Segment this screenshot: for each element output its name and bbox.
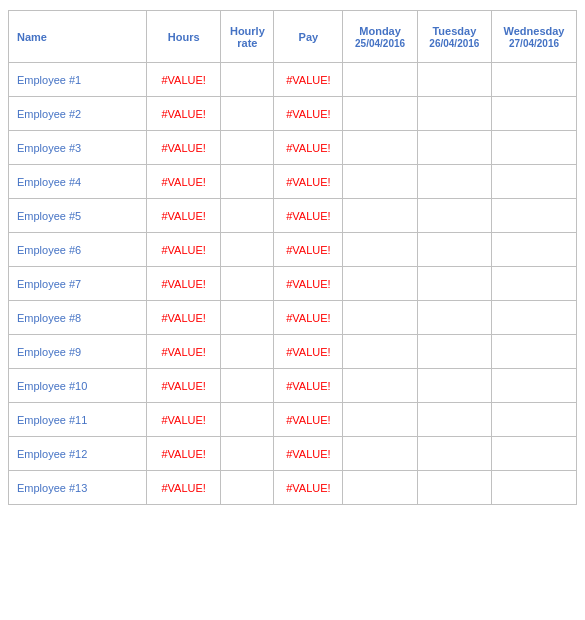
- cell-8-5[interactable]: [417, 335, 491, 369]
- cell-5-5[interactable]: [417, 233, 491, 267]
- cell-9-4[interactable]: [343, 369, 417, 403]
- cell-9-0[interactable]: Employee #10: [9, 369, 147, 403]
- cell-7-3[interactable]: #VALUE!: [274, 301, 343, 335]
- cell-1-5[interactable]: [417, 97, 491, 131]
- cell-9-6[interactable]: [492, 369, 577, 403]
- cell-12-6[interactable]: [492, 471, 577, 505]
- cell-0-6[interactable]: [492, 63, 577, 97]
- cell-5-4[interactable]: [343, 233, 417, 267]
- cell-8-4[interactable]: [343, 335, 417, 369]
- cell-10-1[interactable]: #VALUE!: [147, 403, 221, 437]
- spreadsheet-container: Name Hours Hourly rate Pay Monday 25/04/…: [0, 0, 585, 620]
- cell-7-2[interactable]: [221, 301, 274, 335]
- cell-11-2[interactable]: [221, 437, 274, 471]
- cell-3-5[interactable]: [417, 165, 491, 199]
- cell-7-4[interactable]: [343, 301, 417, 335]
- cell-4-3[interactable]: #VALUE!: [274, 199, 343, 233]
- table-row: Employee #9#VALUE!#VALUE!: [9, 335, 577, 369]
- cell-6-0[interactable]: Employee #7: [9, 267, 147, 301]
- header-hourly-rate: Hourly rate: [221, 11, 274, 63]
- cell-2-3[interactable]: #VALUE!: [274, 131, 343, 165]
- cell-5-6[interactable]: [492, 233, 577, 267]
- table-row: Employee #11#VALUE!#VALUE!: [9, 403, 577, 437]
- cell-3-6[interactable]: [492, 165, 577, 199]
- cell-12-0[interactable]: Employee #13: [9, 471, 147, 505]
- cell-2-4[interactable]: [343, 131, 417, 165]
- cell-1-3[interactable]: #VALUE!: [274, 97, 343, 131]
- cell-0-3[interactable]: #VALUE!: [274, 63, 343, 97]
- cell-8-2[interactable]: [221, 335, 274, 369]
- cell-4-2[interactable]: [221, 199, 274, 233]
- cell-4-4[interactable]: [343, 199, 417, 233]
- cell-2-6[interactable]: [492, 131, 577, 165]
- cell-5-1[interactable]: #VALUE!: [147, 233, 221, 267]
- cell-6-4[interactable]: [343, 267, 417, 301]
- table-row: Employee #1#VALUE!#VALUE!: [9, 63, 577, 97]
- cell-12-5[interactable]: [417, 471, 491, 505]
- cell-2-2[interactable]: [221, 131, 274, 165]
- cell-0-1[interactable]: #VALUE!: [147, 63, 221, 97]
- header-tuesday: Tuesday 26/04/2016: [417, 11, 491, 63]
- header-wednesday: Wednesday 27/04/2016: [492, 11, 577, 63]
- cell-2-5[interactable]: [417, 131, 491, 165]
- cell-6-2[interactable]: [221, 267, 274, 301]
- cell-1-2[interactable]: [221, 97, 274, 131]
- cell-12-1[interactable]: #VALUE!: [147, 471, 221, 505]
- cell-1-4[interactable]: [343, 97, 417, 131]
- cell-12-2[interactable]: [221, 471, 274, 505]
- cell-6-1[interactable]: #VALUE!: [147, 267, 221, 301]
- cell-4-5[interactable]: [417, 199, 491, 233]
- cell-3-3[interactable]: #VALUE!: [274, 165, 343, 199]
- cell-10-5[interactable]: [417, 403, 491, 437]
- header-row: Name Hours Hourly rate Pay Monday 25/04/…: [9, 11, 577, 63]
- cell-7-0[interactable]: Employee #8: [9, 301, 147, 335]
- cell-10-2[interactable]: [221, 403, 274, 437]
- cell-9-2[interactable]: [221, 369, 274, 403]
- cell-3-2[interactable]: [221, 165, 274, 199]
- table-row: Employee #7#VALUE!#VALUE!: [9, 267, 577, 301]
- cell-6-5[interactable]: [417, 267, 491, 301]
- cell-11-0[interactable]: Employee #12: [9, 437, 147, 471]
- cell-11-1[interactable]: #VALUE!: [147, 437, 221, 471]
- cell-8-3[interactable]: #VALUE!: [274, 335, 343, 369]
- cell-0-4[interactable]: [343, 63, 417, 97]
- cell-8-0[interactable]: Employee #9: [9, 335, 147, 369]
- cell-10-3[interactable]: #VALUE!: [274, 403, 343, 437]
- cell-7-1[interactable]: #VALUE!: [147, 301, 221, 335]
- cell-6-3[interactable]: #VALUE!: [274, 267, 343, 301]
- cell-10-6[interactable]: [492, 403, 577, 437]
- cell-4-6[interactable]: [492, 199, 577, 233]
- cell-10-4[interactable]: [343, 403, 417, 437]
- cell-1-1[interactable]: #VALUE!: [147, 97, 221, 131]
- cell-11-3[interactable]: #VALUE!: [274, 437, 343, 471]
- cell-2-1[interactable]: #VALUE!: [147, 131, 221, 165]
- cell-12-3[interactable]: #VALUE!: [274, 471, 343, 505]
- cell-7-5[interactable]: [417, 301, 491, 335]
- cell-6-6[interactable]: [492, 267, 577, 301]
- cell-7-6[interactable]: [492, 301, 577, 335]
- cell-9-1[interactable]: #VALUE!: [147, 369, 221, 403]
- cell-10-0[interactable]: Employee #11: [9, 403, 147, 437]
- cell-5-2[interactable]: [221, 233, 274, 267]
- cell-11-4[interactable]: [343, 437, 417, 471]
- cell-0-2[interactable]: [221, 63, 274, 97]
- cell-0-0[interactable]: Employee #1: [9, 63, 147, 97]
- cell-11-6[interactable]: [492, 437, 577, 471]
- cell-9-3[interactable]: #VALUE!: [274, 369, 343, 403]
- cell-3-4[interactable]: [343, 165, 417, 199]
- cell-5-3[interactable]: #VALUE!: [274, 233, 343, 267]
- cell-3-0[interactable]: Employee #4: [9, 165, 147, 199]
- cell-1-6[interactable]: [492, 97, 577, 131]
- cell-3-1[interactable]: #VALUE!: [147, 165, 221, 199]
- cell-8-1[interactable]: #VALUE!: [147, 335, 221, 369]
- cell-12-4[interactable]: [343, 471, 417, 505]
- cell-1-0[interactable]: Employee #2: [9, 97, 147, 131]
- cell-4-1[interactable]: #VALUE!: [147, 199, 221, 233]
- cell-4-0[interactable]: Employee #5: [9, 199, 147, 233]
- cell-5-0[interactable]: Employee #6: [9, 233, 147, 267]
- cell-0-5[interactable]: [417, 63, 491, 97]
- cell-8-6[interactable]: [492, 335, 577, 369]
- cell-11-5[interactable]: [417, 437, 491, 471]
- cell-2-0[interactable]: Employee #3: [9, 131, 147, 165]
- cell-9-5[interactable]: [417, 369, 491, 403]
